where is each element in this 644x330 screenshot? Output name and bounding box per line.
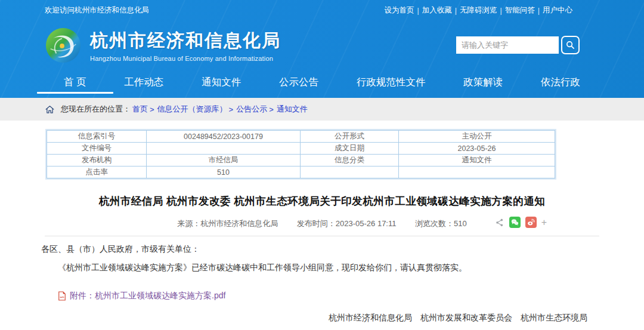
toplink-add-favorite[interactable]: 加入收藏 (422, 5, 452, 16)
nav-item-label: 工作动态 (124, 76, 163, 87)
nav-item-work-news[interactable]: 工作动态 (119, 69, 168, 97)
nav-item-label: 公示公告 (279, 76, 318, 87)
site-search (456, 36, 580, 54)
breadcrumb-separator: > (150, 105, 154, 114)
topbar: 欢迎访问杭州市经济和信息化局 设为首页 | 加入收藏 | 无障碍浏览 | 智能问… (0, 0, 644, 16)
welcome-text: 欢迎访问杭州市经济和信息化局 (45, 5, 149, 16)
toplink-separator: | (538, 7, 540, 15)
breadcrumb-separator: > (229, 105, 234, 114)
breadcrumb-link-notice-files[interactable]: 通知文件 (277, 104, 308, 115)
weibo-share-icon[interactable] (525, 217, 537, 228)
nav-item-label: 政策解读 (463, 76, 503, 87)
info-label: 公开形式 (301, 131, 399, 143)
nav-item-policy-interpretation[interactable]: 政策解读 (459, 69, 507, 97)
site-subtitle: Hangzhou Municipal Bureau of Economy and… (90, 55, 281, 62)
info-label: 发布机构 (47, 155, 147, 166)
breadcrumb-separator: > (269, 105, 274, 114)
info-label (301, 166, 399, 178)
share-buttons: + (495, 217, 547, 228)
site-logo-icon (45, 27, 82, 64)
site-title: 杭州市经济和信息化局 (90, 29, 281, 53)
nav-item-public-announcements[interactable]: 公示公告 (274, 69, 323, 97)
toplink-separator: | (417, 7, 419, 15)
info-value: 002489452/2023-00179 (147, 131, 301, 143)
body-paragraph: 《杭州市工业领域碳达峰实施方案》已经市碳达峰碳中和工作领导小组同意，现印发给你们… (41, 261, 599, 274)
table-row: 点击率 510 (47, 166, 555, 178)
share-icon[interactable] (495, 218, 504, 227)
info-label: 点击率 (47, 166, 147, 178)
breadcrumb-link-home[interactable]: 首页 (132, 104, 148, 115)
signing-agencies: 杭州市经济和信息化局 杭州市发展和改革委员会 杭州市生态环境局 (45, 313, 599, 323)
site-titles: 杭州市经济和信息化局 Hangzhou Municipal Bureau of … (90, 29, 281, 62)
salutation-text: 各区、县（市）人民政府，市级有关单位： (41, 244, 599, 255)
nav-item-label: 依法行政 (541, 76, 580, 87)
toplink-accessibility[interactable]: 无障碍浏览 (460, 5, 497, 16)
info-label: 文件编号 (47, 143, 147, 155)
topbar-links: 设为首页 | 加入收藏 | 无障碍浏览 | 智能问答 | 用户中心 (382, 5, 576, 16)
info-value: 510 (147, 166, 301, 178)
nav-item-label: 首 页 (64, 76, 86, 87)
nav-item-label: 行政规范性文件 (357, 76, 426, 87)
info-value (399, 166, 555, 178)
table-row: 信息索引号 002489452/2023-00179 公开形式 主动公开 (47, 131, 555, 143)
info-label: 信息索引号 (47, 131, 147, 143)
nav-item-administration-by-law[interactable]: 依法行政 (536, 69, 585, 97)
nav-item-notice-files[interactable]: 通知文件 (197, 69, 246, 97)
info-value: 2023-05-26 (399, 143, 555, 155)
meta-divider (45, 236, 599, 236)
active-tab-underline (37, 92, 113, 94)
home-icon (45, 104, 55, 115)
breadcrumb: 您现在所在的位置： 首页 > 信息公开（资源库） > 公告公示 > 通知文件 (0, 98, 644, 121)
nav-item-label: 通知文件 (202, 76, 241, 87)
search-button[interactable] (561, 36, 580, 54)
info-value: 通知文件 (399, 155, 555, 166)
info-label: 信息分类 (301, 155, 399, 166)
brand-row: 杭州市经济和信息化局 Hangzhou Municipal Bureau of … (0, 21, 644, 69)
search-icon (565, 40, 575, 50)
attachment-link[interactable]: 附件：杭州市工业领域碳达峰实施方案.pdf (70, 291, 225, 301)
breadcrumb-link-announcements[interactable]: 公告公示 (236, 104, 267, 115)
table-row: 文件编号 成文日期 2023-05-26 (47, 143, 555, 155)
article-content: 信息索引号 002489452/2023-00179 公开形式 主动公开 文件编… (0, 130, 644, 330)
wechat-share-icon[interactable] (509, 217, 521, 228)
breadcrumb-link-info-disclosure[interactable]: 信息公开（资源库） (157, 104, 227, 115)
breadcrumb-prefix: 您现在所在的位置： (61, 104, 131, 115)
attachment-row: 附件：杭州市工业领域碳达峰实施方案.pdf (58, 291, 599, 301)
search-input[interactable] (456, 36, 559, 54)
main-nav: 首 页 工作动态 通知文件 公示公告 行政规范性文件 政策解读 依法行政 (0, 69, 644, 97)
site-header: 欢迎访问杭州市经济和信息化局 设为首页 | 加入收藏 | 无障碍浏览 | 智能问… (0, 0, 644, 98)
info-value: 主动公开 (399, 131, 555, 143)
nav-item-home[interactable]: 首 页 (59, 69, 91, 97)
info-value: 市经信局 (147, 155, 301, 166)
view-count-label: 浏览次数：510 (415, 219, 467, 228)
info-value (147, 143, 301, 155)
info-label: 成文日期 (301, 143, 399, 155)
publish-time-label: 发布时间：2023-05-26 17:11 (297, 219, 397, 228)
article-meta: 来源：杭州市经济和信息化局 发布时间：2023-05-26 17:11 浏览次数… (45, 216, 599, 230)
toplink-smart-qa[interactable]: 智能问答 (505, 5, 535, 16)
table-row: 发布机构 市经信局 信息分类 通知文件 (47, 155, 555, 166)
nav-item-administrative-normative-files[interactable]: 行政规范性文件 (352, 69, 431, 97)
source-label: 来源：杭州市经济和信息化局 (177, 219, 278, 228)
toplink-separator: | (455, 7, 457, 15)
toplink-separator: | (500, 7, 502, 15)
toplink-user-center[interactable]: 用户中心 (543, 5, 572, 16)
document-title: 杭州市经信局 杭州市发改委 杭州市生态环境局关于印发杭州市工业领域碳达峰实施方案… (45, 194, 599, 208)
pdf-icon (58, 291, 66, 301)
share-more-button[interactable]: + (541, 218, 547, 227)
page: 欢迎访问杭州市经济和信息化局 设为首页 | 加入收藏 | 无障碍浏览 | 智能问… (0, 0, 644, 330)
toplink-set-home[interactable]: 设为首页 (385, 5, 414, 16)
document-info-table: 信息索引号 002489452/2023-00179 公开形式 主动公开 文件编… (47, 130, 555, 178)
